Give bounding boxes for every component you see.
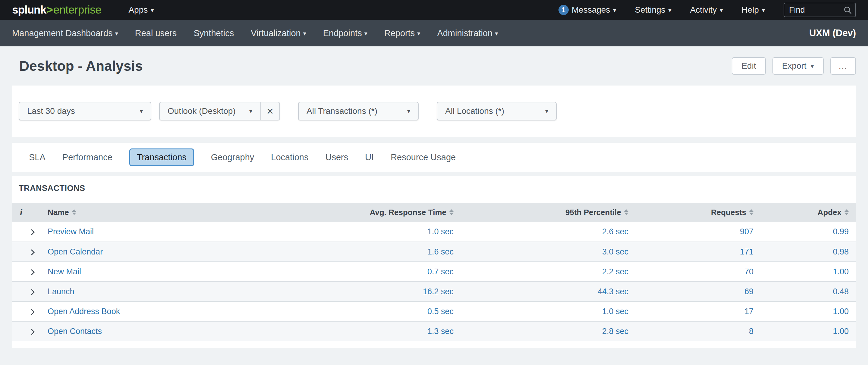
requests-value[interactable]: 70 (628, 262, 753, 281)
filters-panel: Last 30 days ▾ Outlook (Desktop) ▾ ✕ All… (12, 86, 856, 137)
settings-menu-label: Settings (635, 5, 665, 15)
application-dropdown[interactable]: Outlook (Desktop) ▾ (159, 102, 260, 121)
column-label: Apdex (818, 208, 841, 217)
avg-response-time-column-header[interactable]: Avg. Response Time (285, 203, 454, 222)
avg-response-time-value[interactable]: 1.6 sec (285, 242, 454, 262)
nav-item-label: Reports (384, 28, 415, 38)
avg-response-time-value[interactable]: 0.7 sec (285, 262, 454, 281)
expand-row-chevron-icon[interactable] (29, 269, 35, 275)
nav-management-dashboards[interactable]: Management Dashboards ▾ (12, 28, 118, 38)
page-title: Desktop - Analysis (19, 58, 143, 74)
tab-transactions[interactable]: Transactions (129, 148, 194, 166)
sort-icon[interactable] (624, 209, 628, 215)
transaction-name-link[interactable]: Preview Mail (48, 227, 94, 236)
95th-percentile-value[interactable]: 2.2 sec (454, 262, 628, 281)
nav-item-label: Synthetics (193, 28, 234, 38)
avg-response-time-value[interactable]: 1.3 sec (285, 321, 454, 341)
requests-value[interactable]: 8 (628, 321, 753, 341)
column-label: Requests (711, 208, 746, 217)
apdex-value[interactable]: 1.00 (753, 262, 856, 281)
expand-row-chevron-icon[interactable] (29, 229, 35, 235)
section-title: TRANSACTIONS (12, 176, 856, 193)
nav-endpoints[interactable]: Endpoints ▾ (323, 28, 367, 38)
nav-item-label: Real users (135, 28, 177, 38)
apdex-value[interactable]: 1.00 (753, 301, 856, 321)
sort-icon[interactable] (450, 209, 454, 215)
tabs-bar: SLA Performance Transactions Geography L… (12, 143, 856, 172)
table-row: New Mail 0.7 sec 2.2 sec 70 1.00 (12, 262, 856, 281)
expand-row-chevron-icon[interactable] (29, 250, 35, 255)
settings-menu[interactable]: Settings ▾ (635, 5, 671, 15)
requests-value[interactable]: 17 (628, 301, 753, 321)
apps-menu[interactable]: Apps ▾ (128, 5, 154, 15)
avg-response-time-value[interactable]: 16.2 sec (285, 281, 454, 301)
tab-sla[interactable]: SLA (29, 153, 45, 162)
caret-down-icon: ▾ (417, 30, 420, 36)
table-row: Launch 16.2 sec 44.3 sec 69 0.48 (12, 281, 856, 301)
tab-performance[interactable]: Performance (62, 153, 113, 162)
remove-application-filter-button[interactable]: ✕ (260, 102, 280, 121)
locations-filter-dropdown[interactable]: All Locations (*) ▾ (437, 102, 557, 121)
messages-count-badge: 1 (558, 5, 569, 15)
nav-synthetics[interactable]: Synthetics (193, 28, 234, 38)
caret-down-icon: ▾ (303, 30, 306, 36)
expand-row-chevron-icon[interactable] (29, 329, 35, 335)
apdex-value[interactable]: 0.98 (753, 242, 856, 262)
nav-item-label: Virtualization (251, 28, 301, 38)
expand-row-chevron-icon[interactable] (29, 289, 35, 295)
activity-menu[interactable]: Activity ▾ (690, 5, 723, 15)
nav-item-label: Management Dashboards (12, 28, 113, 38)
95th-percentile-value[interactable]: 1.0 sec (454, 301, 628, 321)
sort-icon[interactable] (72, 209, 76, 215)
sort-icon[interactable] (749, 209, 753, 215)
help-menu[interactable]: Help ▾ (741, 5, 765, 15)
transactions-filter-value: All Transactions (*) (307, 106, 377, 116)
95th-percentile-value[interactable]: 3.0 sec (454, 242, 628, 262)
avg-response-time-value[interactable]: 1.0 sec (285, 222, 454, 242)
nav-reports[interactable]: Reports ▾ (384, 28, 421, 38)
nav-administration[interactable]: Administration ▾ (437, 28, 498, 38)
requests-value[interactable]: 907 (628, 222, 753, 242)
apdex-value[interactable]: 0.48 (753, 281, 856, 301)
tab-locations[interactable]: Locations (271, 153, 308, 162)
requests-value[interactable]: 69 (628, 281, 753, 301)
tab-ui[interactable]: UI (365, 153, 374, 162)
name-column-header[interactable]: Name (48, 203, 285, 222)
apdex-column-header[interactable]: Apdex (753, 203, 856, 222)
logo-enterprise-text: enterprise (53, 4, 101, 16)
nav-real-users[interactable]: Real users (135, 28, 177, 38)
tab-geography[interactable]: Geography (211, 153, 254, 162)
table-row: Open Address Book 0.5 sec 1.0 sec 17 1.0… (12, 301, 856, 321)
transaction-name-link[interactable]: Open Calendar (48, 247, 103, 256)
95th-percentile-column-header[interactable]: 95th Percentile (454, 203, 628, 222)
export-button[interactable]: Export ▾ (772, 57, 824, 75)
edit-button[interactable]: Edit (732, 57, 766, 75)
info-icon: i (20, 207, 22, 217)
transaction-name-link[interactable]: Launch (48, 287, 74, 296)
splunk-logo[interactable]: splunk>enterprise (12, 4, 101, 16)
caret-down-icon: ▾ (151, 7, 154, 13)
expand-row-chevron-icon[interactable] (29, 309, 35, 315)
requests-column-header[interactable]: Requests (628, 203, 753, 222)
messages-menu[interactable]: 1 Messages ▾ (558, 5, 616, 15)
avg-response-time-value[interactable]: 0.5 sec (285, 301, 454, 321)
caret-down-icon: ▾ (811, 63, 814, 70)
transaction-name-link[interactable]: New Mail (48, 267, 81, 276)
sort-icon[interactable] (844, 209, 849, 215)
apdex-value[interactable]: 0.99 (753, 222, 856, 242)
tab-resource-usage[interactable]: Resource Usage (391, 153, 456, 162)
95th-percentile-value[interactable]: 2.6 sec (454, 222, 628, 242)
transactions-filter-dropdown[interactable]: All Transactions (*) ▾ (298, 102, 418, 121)
time-range-dropdown[interactable]: Last 30 days ▾ (19, 102, 151, 121)
apdex-value[interactable]: 1.00 (753, 321, 856, 341)
column-label: Name (48, 208, 69, 217)
95th-percentile-value[interactable]: 44.3 sec (454, 281, 628, 301)
nav-virtualization[interactable]: Virtualization ▾ (251, 28, 306, 38)
caret-down-icon: ▾ (115, 30, 118, 36)
requests-value[interactable]: 171 (628, 242, 753, 262)
tab-users[interactable]: Users (325, 153, 348, 162)
transaction-name-link[interactable]: Open Address Book (48, 307, 120, 316)
more-actions-button[interactable]: ... (830, 57, 856, 75)
transaction-name-link[interactable]: Open Contacts (48, 327, 102, 336)
95th-percentile-value[interactable]: 2.8 sec (454, 321, 628, 341)
